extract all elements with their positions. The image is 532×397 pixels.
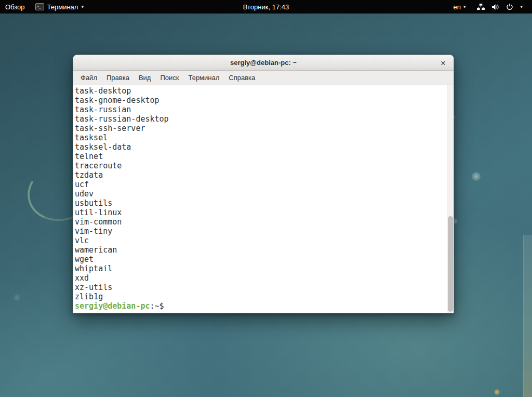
prompt-user-host: sergiy@debian-pc: [75, 301, 150, 311]
terminal-line: tasksel: [75, 133, 445, 142]
wallpaper-dot: [472, 172, 481, 181]
menu-search[interactable]: Поиск: [155, 71, 183, 84]
terminal-window: sergiy@debian-pc: ~ × Файл Правка Вид По…: [73, 55, 454, 313]
terminal-line: xxd: [75, 273, 445, 283]
terminal-line: tasksel-data: [75, 142, 445, 152]
chevron-down-icon: ▾: [463, 4, 466, 9]
topbar-center: Вторник, 17:43: [238, 0, 294, 14]
terminal-line: vim-tiny: [75, 227, 445, 236]
terminal-line: task-russian-desktop: [75, 114, 445, 124]
terminal-line: task-desktop: [75, 86, 445, 96]
power-icon: [506, 3, 513, 10]
terminal-line: wget: [75, 255, 445, 264]
chevron-down-icon: ▾: [81, 4, 84, 9]
wallpaper-dot: [14, 294, 20, 301]
terminal-line: vim-common: [75, 217, 445, 227]
terminal-line: ucf: [75, 180, 445, 189]
terminal-content[interactable]: task-desktoptask-gnome-desktoptask-russi…: [73, 85, 454, 313]
wallpaper-edge-strip: [523, 235, 532, 397]
app-menu-button[interactable]: >_ Терминал ▾: [30, 0, 89, 14]
scrollbar[interactable]: [447, 85, 454, 313]
terminal-line: zlib1g: [75, 292, 445, 301]
keyboard-layout-label: en: [453, 3, 460, 11]
window-titlebar[interactable]: sergiy@debian-pc: ~ ×: [73, 55, 454, 71]
top-bar: Обзор >_ Терминал ▾ Вторник, 17:43 en ▾: [0, 0, 532, 14]
terminal-line: traceroute: [75, 161, 445, 170]
menu-terminal[interactable]: Терминал: [183, 71, 224, 84]
keyboard-layout-button[interactable]: en ▾: [447, 0, 472, 14]
menu-view[interactable]: Вид: [134, 71, 156, 84]
menu-file[interactable]: Файл: [76, 71, 102, 84]
menu-edit[interactable]: Правка: [102, 71, 134, 84]
chevron-down-icon: ▾: [520, 4, 523, 9]
volume-icon: [491, 4, 499, 10]
network-icon: [477, 4, 485, 10]
terminal-line: telnet: [75, 152, 445, 161]
wallpaper-dot-orange: [494, 389, 500, 395]
clock-button[interactable]: Вторник, 17:43: [238, 0, 294, 14]
app-menu-label: Терминал: [47, 3, 78, 11]
prompt-rest: :~$: [150, 301, 169, 311]
terminal-line: xz-utils: [75, 283, 445, 292]
close-button[interactable]: ×: [437, 57, 449, 69]
terminal-line: udev: [75, 189, 445, 198]
system-menu-button[interactable]: ▾: [472, 0, 528, 14]
terminal-line: task-ssh-server: [75, 124, 445, 133]
terminal-line: usbutils: [75, 198, 445, 208]
scrollbar-thumb[interactable]: [448, 216, 453, 312]
terminal-line: whiptail: [75, 264, 445, 273]
terminal-line: task-russian: [75, 105, 445, 114]
terminal-output: task-desktoptask-gnome-desktoptask-russi…: [75, 86, 445, 301]
terminal-line: tzdata: [75, 170, 445, 180]
activities-button[interactable]: Обзор: [0, 0, 30, 14]
terminal-line: vlc: [75, 236, 445, 245]
menu-bar: Файл Правка Вид Поиск Терминал Справка: [73, 71, 454, 85]
prompt-line: sergiy@debian-pc:~$: [75, 301, 445, 311]
menu-help[interactable]: Справка: [224, 71, 260, 84]
topbar-right: en ▾: [447, 0, 532, 14]
topbar-left: Обзор >_ Терминал ▾: [0, 0, 89, 14]
terminal-line: wamerican: [75, 245, 445, 255]
terminal-line: task-gnome-desktop: [75, 96, 445, 105]
terminal-line: util-linux: [75, 208, 445, 217]
window-title: sergiy@debian-pc: ~: [230, 59, 297, 67]
terminal-app-icon: >_: [35, 3, 44, 10]
